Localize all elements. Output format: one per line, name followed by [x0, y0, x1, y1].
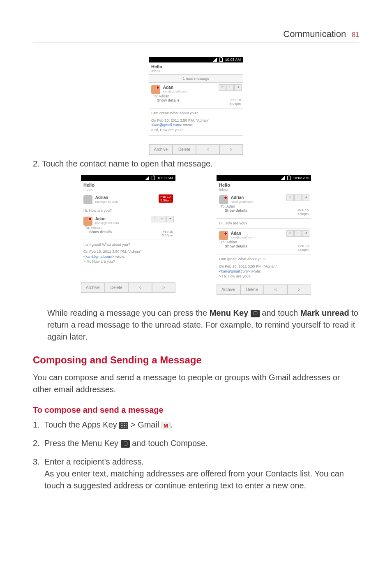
more-icon[interactable]: ◂: [234, 84, 242, 91]
show-details[interactable]: Show details: [153, 98, 180, 106]
to-line: To: Adan: [221, 204, 235, 208]
avatar: [219, 195, 228, 204]
avatar: [83, 217, 92, 226]
reply-icon[interactable]: ←: [294, 194, 302, 201]
sender-email: nal@gmail.com: [95, 200, 118, 203]
msg-time: 5:05pm: [230, 102, 241, 106]
reply-buttons: ☆ ← ◂: [286, 194, 309, 201]
thread-title: Hello: [149, 62, 243, 69]
screenshot-thread-collapsed: 10:03 AM Hello Inbox Adrian nal@gmail.co…: [81, 175, 175, 295]
sender-email: nal@gmail.com: [231, 200, 254, 203]
presence-icon: [156, 86, 159, 89]
heading-composing: Composing and Sending a Message: [33, 354, 359, 366]
thread-title: Hello: [217, 181, 311, 187]
show-details[interactable]: Show details: [221, 244, 247, 252]
reply-buttons: ☆ ← ◂: [286, 230, 309, 237]
sender-email: kan@gmail.com: [95, 221, 119, 225]
archive-button[interactable]: Archive: [149, 144, 173, 155]
body-wrote: wrote:: [182, 123, 193, 127]
paragraph-mark-unread: While reading a message you can press th…: [47, 307, 359, 343]
body-quote: > Hi, How are you?: [151, 128, 183, 132]
sender-name: Adrian: [231, 195, 244, 200]
list-item[interactable]: Adrian nal@gmail.com ☆ ← ◂ To: Adan Show…: [217, 193, 311, 219]
thread-title: Hello: [81, 181, 175, 187]
prev-button[interactable]: <: [128, 282, 152, 293]
next-button[interactable]: >: [219, 144, 243, 155]
body-email-link[interactable]: <kan@gmail.com>: [151, 123, 182, 127]
apps-key-icon: [119, 422, 128, 429]
message-body: I am great! What about you? On Feb 10, 2…: [149, 109, 243, 136]
mark-unread-label: Mark unread: [300, 308, 349, 317]
reply-icon[interactable]: ←: [294, 230, 302, 237]
list-item[interactable]: Adrian nal@gmail.com Feb 105:56pm: [81, 193, 175, 207]
message-header[interactable]: Adan kan@gmail.com ☆ ← ◂ To: Adrian Show…: [149, 83, 243, 109]
next-button[interactable]: >: [288, 284, 311, 295]
list-item[interactable]: Adan kan@gmail.com ☆ ← ◂ To: Adrian Show…: [217, 229, 311, 254]
gmail-icon: [161, 422, 171, 429]
status-bar: 10:03 AM: [217, 175, 311, 181]
more-icon[interactable]: ◂: [302, 230, 309, 237]
menu-key-icon: [121, 440, 130, 448]
archive-button[interactable]: Archive: [217, 284, 240, 295]
message-body: I am great! What about you? On Feb 10, 2…: [81, 240, 175, 267]
list-item[interactable]: Adan kan@gmail.com ☆ ← ◂ To: Adrian Show…: [81, 214, 175, 240]
reply-icon[interactable]: ←: [226, 84, 234, 91]
step-1: 1. Touch the Apps Key > Gmail .: [33, 419, 359, 431]
more-icon[interactable]: ◂: [302, 194, 309, 201]
prev-button[interactable]: <: [264, 284, 288, 295]
sender-name: Adan: [231, 231, 241, 236]
inbox-label: Inbox: [217, 187, 311, 193]
apps-key-label: Apps Key: [82, 420, 117, 429]
battery-icon: [287, 176, 291, 180]
reply-icon[interactable]: ←: [159, 216, 166, 222]
status-time: 10:03 AM: [157, 176, 173, 180]
delete-button[interactable]: Delete: [105, 282, 129, 293]
reply-buttons: ☆ ← ◂: [151, 216, 174, 222]
message-action-bar: Archive Delete < >: [217, 284, 311, 295]
inbox-label: Inbox: [149, 69, 243, 74]
next-button[interactable]: >: [152, 282, 176, 293]
avatar: [83, 195, 92, 204]
battery-icon: [152, 176, 155, 180]
msg-date: Feb 10: [231, 98, 241, 102]
screenshot-message-view: 10:03 AM Hello Inbox 1 read message Adan…: [149, 57, 243, 136]
sender-name: Adan: [95, 217, 106, 221]
body-email-link[interactable]: <kan@gmail.com>: [83, 254, 114, 259]
prev-button[interactable]: <: [196, 144, 219, 155]
compose-steps-list: 1. Touch the Apps Key > Gmail . 2. Press…: [33, 419, 359, 492]
menu-key-icon: [251, 310, 260, 317]
star-icon[interactable]: ☆: [286, 194, 294, 201]
presence-icon: [88, 217, 92, 221]
show-details[interactable]: Show details: [221, 208, 247, 216]
reply-buttons: ☆ ← ◂: [219, 84, 242, 91]
battery-icon: [219, 58, 223, 62]
svg-marker-0: [213, 58, 217, 62]
body-quote-header: On Feb 10, 2011 3:50 PM, "Adrian": [151, 118, 209, 123]
status-bar: 10:03 AM: [81, 175, 175, 181]
delete-button[interactable]: Delete: [240, 284, 264, 295]
show-details[interactable]: Show details: [85, 230, 112, 237]
delete-button[interactable]: Delete: [173, 144, 196, 155]
star-icon[interactable]: ☆: [286, 230, 294, 237]
comparison-screenshots: 10:03 AM Hello Inbox Adrian nal@gmail.co…: [33, 175, 359, 295]
gmail-label: Gmail: [138, 420, 159, 429]
sender-email: kan@gmail.com: [231, 236, 254, 239]
star-icon[interactable]: ☆: [151, 216, 158, 222]
body-email-link[interactable]: <kan@gmail.com>: [219, 269, 250, 273]
star-icon[interactable]: ☆: [219, 84, 226, 91]
to-line: To: Adrian: [85, 226, 101, 230]
thread-preview: Hi, How are you?: [81, 207, 175, 214]
step-2: 2. Press the Menu Key and touch Compose.: [33, 437, 359, 449]
to-line: To: Adrian: [153, 94, 169, 98]
more-icon[interactable]: ◂: [166, 216, 174, 222]
message-action-bar: Archive Delete < >: [81, 282, 175, 293]
archive-button[interactable]: Archive: [81, 282, 105, 293]
signal-icon: [145, 176, 149, 180]
page-header: Communication 81: [33, 29, 359, 42]
paragraph-compose-intro: You can compose and send a message to pe…: [33, 372, 359, 395]
presence-icon: [224, 232, 227, 235]
read-message-tab[interactable]: 1 read message: [149, 74, 243, 83]
presence-icon: [224, 196, 227, 199]
status-bar: 10:03 AM: [149, 57, 243, 62]
menu-key-label: Menu Key: [81, 439, 118, 448]
